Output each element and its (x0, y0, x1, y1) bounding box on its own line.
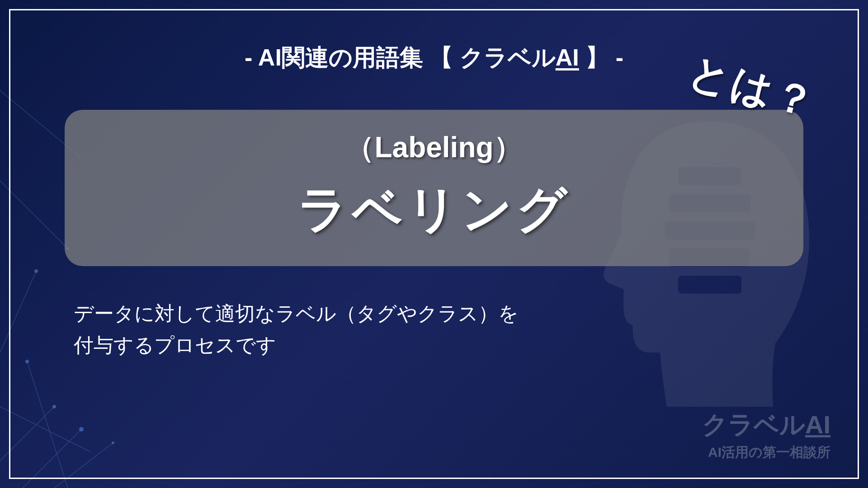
term-description: データに対して適切なラベル（タグやクラス）を 付与するプロセスです (74, 298, 821, 361)
footer-brand-prefix: クラベル (702, 410, 805, 439)
header-suffix: 】 - (579, 44, 623, 70)
footer-tagline: AI活用の第一相談所 (702, 443, 830, 462)
header-prefix: - AI関連の用語集 【 クラベル (245, 44, 556, 70)
description-line-1: データに対して適切なラベル（タグやクラス）を (74, 298, 821, 329)
term-japanese-label: ラベリング (92, 176, 776, 244)
footer-brand: クラベルAI AI活用の第一相談所 (702, 408, 830, 462)
description-line-2: 付与するプロセスです (74, 329, 821, 361)
content-frame: - AI関連の用語集 【 クラベルAI 】 - とは？ （Labeling） ラ… (9, 9, 859, 479)
header-ai: AI (556, 44, 579, 70)
footer-brand-ai: AI (805, 410, 830, 439)
term-english-label: （Labeling） (92, 128, 776, 167)
term-definition-box: とは？ （Labeling） ラベリング (65, 110, 803, 266)
footer-brand-name: クラベルAI (702, 408, 830, 442)
